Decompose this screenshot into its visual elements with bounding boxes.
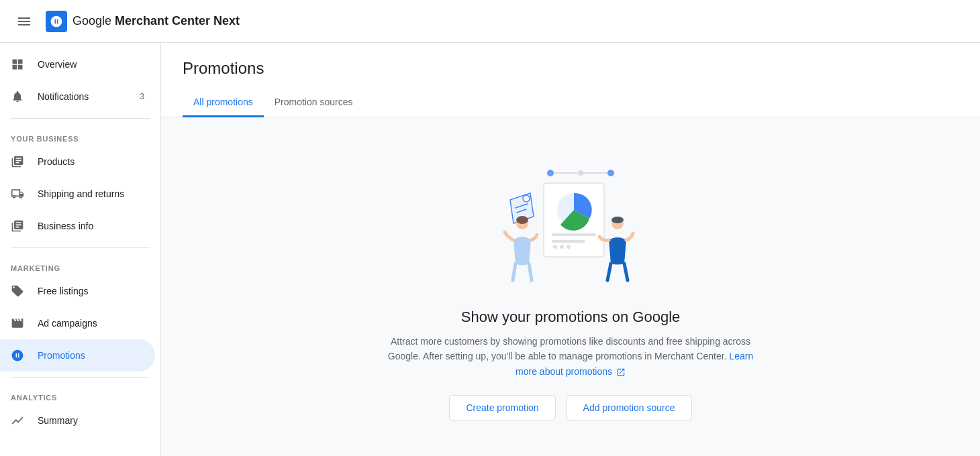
free-listings-icon (11, 284, 27, 298)
sidebar-shipping-label: Shipping and returns (38, 188, 144, 199)
sidebar-business-info-label: Business info (38, 221, 144, 231)
section-marketing: MARKETING (0, 253, 160, 275)
tab-promotion-sources[interactable]: Promotion sources (264, 89, 364, 117)
sidebar-notifications-label: Notifications (38, 91, 129, 102)
promo-heading: Show your promotions on Google (461, 308, 681, 326)
sidebar-overview-label: Overview (38, 59, 144, 70)
ad-campaigns-icon (11, 317, 27, 330)
layout: Overview Notifications 3 YOUR BUSINESS P… (0, 43, 980, 456)
svg-point-9 (553, 245, 557, 249)
svg-rect-8 (552, 240, 585, 243)
sidebar: Overview Notifications 3 YOUR BUSINESS P… (0, 43, 161, 456)
create-promotion-button[interactable]: Create promotion (449, 395, 555, 420)
svg-point-11 (567, 245, 571, 249)
shipping-icon (11, 187, 27, 201)
svg-point-0 (547, 170, 554, 176)
section-analytics: ANALYTICS (0, 383, 160, 404)
notifications-badge: 3 (140, 92, 144, 101)
sidebar-item-business-info[interactable]: Business info (0, 210, 155, 242)
topbar-logo: Google Merchant Center Next (46, 11, 240, 32)
products-icon (11, 155, 27, 168)
tab-all-promotions[interactable]: All promotions (183, 89, 264, 117)
logo-icon (46, 11, 67, 32)
sidebar-item-promotions[interactable]: Promotions (0, 339, 155, 372)
svg-point-4 (607, 170, 614, 176)
sidebar-promotions-label: Promotions (38, 350, 144, 361)
main-content: Promotions All promotions Promotion sour… (161, 43, 980, 456)
sidebar-divider-1 (11, 118, 150, 119)
sidebar-divider-3 (11, 377, 150, 378)
sidebar-item-notifications[interactable]: Notifications 3 (0, 80, 155, 113)
topbar-title: Google Merchant Center Next (72, 14, 240, 28)
svg-point-12 (523, 195, 530, 202)
sidebar-divider-2 (11, 247, 150, 248)
sidebar-item-shipping[interactable]: Shipping and returns (0, 178, 155, 210)
promotions-illustration (477, 153, 665, 287)
menu-button[interactable] (11, 8, 38, 35)
promotions-icon (11, 349, 27, 362)
sidebar-item-summary[interactable]: Summary (0, 404, 155, 437)
promo-description: Attract more customers by showing promot… (383, 334, 758, 379)
add-promotion-source-button[interactable]: Add promotion source (567, 395, 692, 420)
sidebar-free-listings-label: Free listings (38, 286, 144, 296)
sidebar-ad-campaigns-label: Ad campaigns (38, 318, 144, 329)
svg-point-16 (611, 217, 624, 223)
page-title: Promotions (183, 59, 959, 78)
notifications-icon (11, 90, 27, 103)
svg-point-2 (578, 170, 583, 176)
tabs-bar: All promotions Promotion sources (183, 89, 959, 117)
sidebar-products-label: Products (38, 156, 144, 167)
overview-icon (11, 58, 27, 71)
sidebar-item-products[interactable]: Products (0, 146, 155, 178)
svg-rect-7 (552, 233, 596, 236)
sidebar-item-ad-campaigns[interactable]: Ad campaigns (0, 307, 155, 339)
summary-icon (11, 414, 27, 427)
business-info-icon (11, 219, 27, 233)
sidebar-item-overview[interactable]: Overview (0, 48, 155, 80)
svg-point-10 (560, 245, 564, 249)
page-header: Promotions All promotions Promotion sour… (161, 43, 980, 117)
section-your-business: YOUR BUSINESS (0, 124, 160, 146)
svg-point-14 (516, 216, 528, 224)
action-buttons: Create promotion Add promotion source (449, 395, 691, 420)
topbar: Google Merchant Center Next (0, 0, 980, 43)
sidebar-summary-label: Summary (38, 415, 144, 426)
sidebar-item-free-listings[interactable]: Free listings (0, 275, 155, 307)
content-area: Show your promotions on Google Attract m… (161, 117, 980, 456)
